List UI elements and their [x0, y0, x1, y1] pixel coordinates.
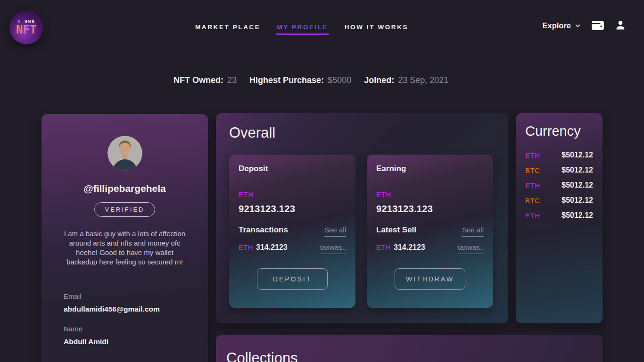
- nav-item-my-profile[interactable]: MY PROFILE: [277, 24, 328, 31]
- contact-info: Email abdullamidi456@gmail.com Name Abdu…: [41, 292, 208, 357]
- main-nav: MARKET PLACE MY PROFILE HOW IT WORKS: [195, 24, 408, 31]
- latest-sell-label: Latest Sell: [376, 225, 416, 235]
- overall-title: Overall: [229, 124, 495, 141]
- currency-symbol: BTC: [525, 166, 540, 174]
- logo-text-main: NFT: [16, 24, 36, 35]
- wallet-icon[interactable]: [591, 20, 604, 31]
- username: @fillipebargehela: [83, 183, 166, 194]
- currency-value: $5012.12: [561, 151, 593, 159]
- currency-value: $5012.12: [561, 166, 593, 174]
- profile-card: @fillipebargehela VERIFIED I am a basic …: [41, 114, 208, 362]
- nav-right: Explore: [542, 20, 626, 31]
- collections-title: Collections: [226, 350, 592, 362]
- nav-item-marketplace[interactable]: MARKET PLACE: [195, 24, 260, 31]
- deposit-card-title: Deposit: [239, 164, 346, 173]
- currency-value: $5012.12: [561, 211, 593, 220]
- email-value: abdullamidi456@gmail.com: [64, 305, 208, 313]
- name-value: Abdull Amidi: [64, 337, 208, 346]
- collections-panel: Collections: [216, 335, 603, 362]
- deposit-currency: ETH: [239, 190, 346, 198]
- sell-entry: ETH314.2123: [376, 243, 425, 252]
- stat-joined: Joined: 23 Sep, 2021: [364, 75, 448, 85]
- currency-symbol: ETH: [525, 181, 540, 189]
- deposit-card: Deposit ETH 9213123.123 Transactions See…: [229, 155, 355, 308]
- currency-row: ETH $5012.12: [525, 208, 593, 223]
- user-icon[interactable]: [615, 20, 626, 31]
- nav-item-how-it-works[interactable]: HOW IT WORKS: [345, 24, 408, 31]
- name-label: Name: [64, 325, 208, 333]
- currency-row: ETH $5012.12: [525, 148, 593, 163]
- currency-row: BTC $5012.12: [525, 193, 593, 208]
- bio-text: I am a basic guy with a lots of affectio…: [41, 229, 208, 267]
- email-label: Email: [64, 292, 208, 300]
- overall-panel: Overall Deposit ETH 9213123.123 Transact…: [216, 113, 508, 323]
- overall-cards: Deposit ETH 9213123.123 Transactions See…: [229, 155, 495, 308]
- currency-symbol: BTC: [525, 197, 540, 205]
- currency-symbol: ETH: [525, 212, 540, 220]
- explore-menu[interactable]: Explore: [542, 21, 581, 30]
- currency-panel: Currency ETH $5012.12 BTC $5012.12 ETH $…: [516, 113, 603, 323]
- deposit-amount: 9213123.123: [239, 204, 346, 214]
- currency-rows: ETH $5012.12 BTC $5012.12 ETH $5012.12 B…: [525, 148, 593, 223]
- logo[interactable]: I OWN NFT: [9, 10, 43, 44]
- currency-row: BTC $5012.12: [525, 163, 593, 178]
- earning-amount: 9213123.123: [376, 204, 484, 214]
- transactions-see-all-link[interactable]: See all: [324, 226, 346, 237]
- chevron-down-icon: [575, 23, 581, 29]
- transaction-entry: ETH314.2123: [239, 243, 288, 252]
- currency-value: $5012.12: [561, 181, 593, 189]
- withdraw-button[interactable]: WITHDRAW: [395, 268, 465, 290]
- avatar: [107, 136, 142, 171]
- transaction-tx-link[interactable]: taxwas..: [320, 243, 346, 254]
- profile-stats: NFT Owned: 23 Highest Purchase: $5000 Jo…: [173, 75, 448, 85]
- earning-card-title: Earning: [376, 164, 484, 173]
- currency-title: Currency: [525, 123, 593, 139]
- explore-label: Explore: [542, 21, 571, 30]
- earning-card: Earning ETH 9213123.123 Latest Sell See …: [367, 155, 493, 308]
- page: I OWN NFT MARKET PLACE MY PROFILE HOW IT…: [0, 0, 644, 362]
- verified-badge: VERIFIED: [94, 202, 156, 217]
- currency-row: ETH $5012.12: [525, 178, 593, 193]
- stat-nft-owned: NFT Owned: 23: [173, 75, 237, 85]
- deposit-button[interactable]: DEPOSIT: [257, 268, 328, 290]
- sell-tx-link[interactable]: taxwas..: [458, 243, 484, 254]
- currency-value: $5012.12: [561, 196, 593, 205]
- currency-symbol: ETH: [525, 151, 540, 159]
- stat-highest-purchase: Highest Purchase: $5000: [249, 75, 351, 85]
- transactions-label: Transactions: [239, 225, 288, 235]
- latest-sell-see-all-link[interactable]: See all: [462, 226, 484, 237]
- earning-currency: ETH: [376, 190, 484, 198]
